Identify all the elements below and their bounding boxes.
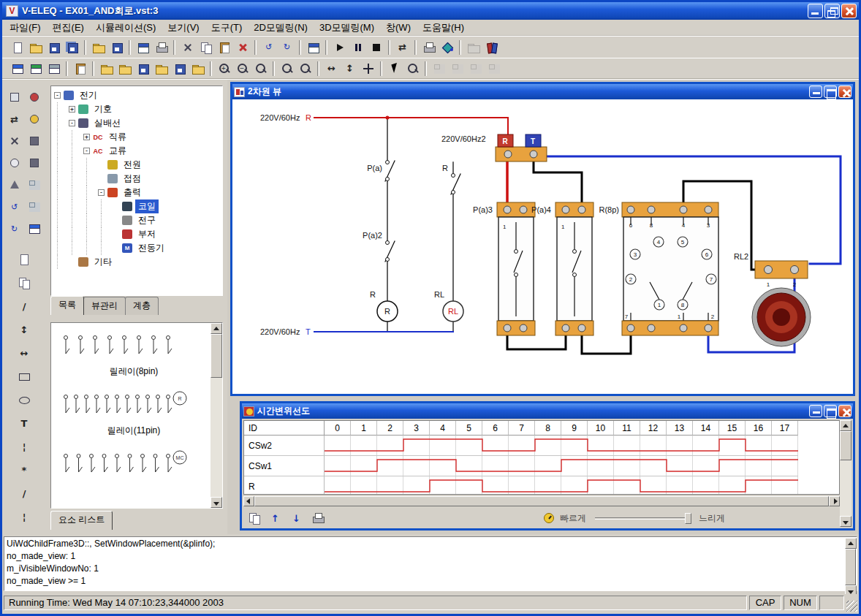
terminal-block-source[interactable]: R T [496,134,547,161]
log-scrollup-button[interactable] [845,538,857,549]
paste-button[interactable] [215,39,233,56]
timing-vthumb[interactable] [840,431,851,460]
star-tool-button[interactable]: * [15,461,34,479]
tree-expander[interactable]: - [83,148,90,154]
grid-button[interactable] [25,176,43,194]
menu-item-3D모델링(M)[interactable]: 3D모델링(M) [314,19,380,37]
scroll-down-button[interactable] [210,497,222,508]
tree-item-실배선[interactable]: -실배선 [51,116,222,130]
link-button[interactable]: ⇄ [5,110,23,128]
zoom-in-button[interactable]: + [215,60,233,77]
swap-view-button[interactable]: ⇄ [393,39,411,56]
view2d-maximize-button[interactable] [824,85,837,98]
timing-hthumb[interactable] [254,496,829,506]
zoom-dynamic-button[interactable] [296,60,314,77]
timing-hscrollbar[interactable] [243,496,840,506]
copy-button[interactable] [197,39,215,56]
snip-button[interactable] [5,132,23,150]
tab-list[interactable]: 목록 [50,296,84,315]
timing-scroll-down-button[interactable]: ↓ [287,509,306,527]
zoom-region-button[interactable] [278,60,296,77]
pan-vertical-button[interactable]: ↕ [341,60,359,77]
zoom-out-button[interactable]: − [233,60,251,77]
tree-expander[interactable]: - [98,189,105,196]
timing-scrollup-button[interactable] [840,420,851,431]
select-region-button[interactable] [5,88,23,106]
menu-item-도움말(H)[interactable]: 도움말(H) [417,19,470,37]
tree-item-전구[interactable]: 전구 [51,213,222,227]
chart-button[interactable] [25,220,43,237]
tab-element-list[interactable]: 요소 리스트 [50,511,113,530]
list-item[interactable]: MC [51,441,210,479]
tree-item-코일[interactable]: 코일 [51,199,222,213]
save-view-button[interactable] [134,60,152,77]
tree-item-직류[interactable]: +DC직류 [51,130,222,144]
tree-expander[interactable]: - [69,120,75,126]
menu-item-보기(V)[interactable]: 보기(V) [162,19,205,37]
menu-item-파일(F)[interactable]: 파일(F) [4,19,47,37]
save-all-button[interactable] [63,39,81,56]
delete-button[interactable] [233,39,251,56]
view2d-close-button[interactable] [838,85,851,98]
timing-duplicate-button[interactable] [245,509,263,527]
tree-item-전원[interactable]: 전원 [51,158,222,172]
dash-tool-button[interactable]: ¦ [15,438,34,455]
tree-expander[interactable]: - [54,92,61,99]
film-button[interactable] [25,154,43,172]
print-button[interactable] [152,39,170,56]
open-view-button[interactable] [152,60,170,77]
close-button[interactable] [841,4,857,18]
menu-item-시뮬레이션(S)[interactable]: 시뮬레이션(S) [90,19,162,37]
menu-item-2D모델링(N)[interactable]: 2D모델링(N) [248,19,314,37]
view2d-minimize-button[interactable] [809,85,822,98]
rotate-left-button[interactable]: ↺ [5,198,23,216]
scroll-track[interactable] [210,334,222,497]
eyedrop-tool-button[interactable]: ¦ [15,508,34,525]
timing-scroll-up-button[interactable]: ↑ [266,509,284,527]
new-document-button[interactable] [8,39,26,56]
menu-item-편집(E)[interactable]: 편집(E) [47,19,90,37]
tab-hierarchy[interactable]: 계층 [125,297,159,315]
angle-button[interactable] [5,176,23,194]
view2d-canvas[interactable]: 220V/60Hz R 220V/60Hz2 220V/60Hz T P(a) … [232,99,853,394]
ellipse-tool-button[interactable] [15,391,34,408]
timing-minimize-button[interactable] [809,405,822,417]
relay-r8p[interactable]: R(8p) 6 8 4 3 [599,202,718,335]
minimize-button[interactable] [808,4,823,18]
timer-button[interactable] [25,110,43,128]
copy-tool-button[interactable] [15,274,34,292]
tree-item-교류[interactable]: -AC교류 [51,144,222,158]
window-split-2-button[interactable] [26,60,45,77]
timing-scrolldown-button[interactable] [840,516,851,527]
simulation-play-button[interactable] [330,39,349,56]
open-project-button[interactable] [89,39,107,56]
relay-pa4[interactable]: P(a)4 1 [531,202,593,335]
import-folder-button[interactable] [97,60,115,77]
polyline-tool-button[interactable]: ↕ [15,321,34,338]
resize-grip[interactable] [846,601,857,612]
export-folder-button[interactable] [115,60,134,77]
list-item[interactable]: R릴레이(11pin) [51,382,210,441]
timing-vscrollbar[interactable] [840,420,851,527]
push-lamp-rl2[interactable]: RL2 1 2 [734,252,811,346]
open-file-button[interactable] [26,39,45,56]
restore-button[interactable] [824,4,840,18]
relay-pa3[interactable]: P(a)3 1 [473,202,535,335]
tree-item-접점[interactable]: 접점 [51,172,222,186]
fill-tool-button[interactable] [438,39,456,56]
doc-tool-button[interactable] [15,251,34,268]
rect-tool-button[interactable] [15,368,34,385]
move-all-button[interactable] [359,60,377,77]
timing-close-button[interactable] [838,405,851,417]
simulation-stop-button[interactable] [367,39,385,56]
select-cursor-button[interactable] [385,60,403,77]
cut-button[interactable] [178,39,197,56]
arc-button[interactable] [5,154,23,172]
zoom-normal-button[interactable] [251,60,270,77]
save-model-button[interactable] [170,60,189,77]
speed-slider[interactable] [595,517,690,520]
zoom-window-button[interactable] [403,60,422,77]
bend-tool-button[interactable]: ↔ [15,344,34,362]
tree-item-기호[interactable]: +기호 [51,102,222,116]
menu-item-창(W)[interactable]: 창(W) [380,19,417,37]
